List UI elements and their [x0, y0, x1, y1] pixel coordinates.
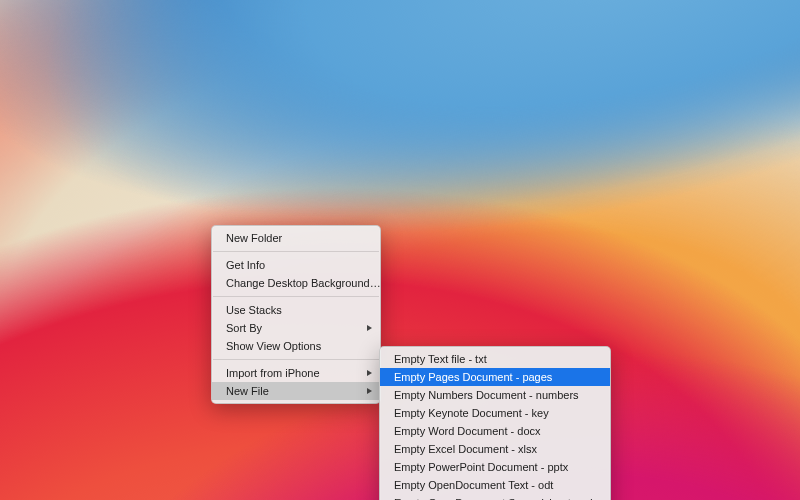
menu-separator [213, 359, 379, 360]
menu-item-use-stacks[interactable]: Use Stacks [212, 301, 380, 319]
menu-separator [213, 251, 379, 252]
new-file-submenu: Empty Text file - txt Empty Pages Docume… [379, 346, 611, 500]
menu-item-show-view-options[interactable]: Show View Options [212, 337, 380, 355]
menu-item-new-file[interactable]: New File [212, 382, 380, 400]
submenu-item-docx[interactable]: Empty Word Document - docx [380, 422, 610, 440]
menu-item-import-from-iphone[interactable]: Import from iPhone [212, 364, 380, 382]
submenu-item-xlsx[interactable]: Empty Excel Document - xlsx [380, 440, 610, 458]
menu-separator [213, 296, 379, 297]
menu-item-change-desktop-background[interactable]: Change Desktop Background… [212, 274, 380, 292]
submenu-item-odt[interactable]: Empty OpenDocument Text - odt [380, 476, 610, 494]
menu-item-get-info[interactable]: Get Info [212, 256, 380, 274]
submenu-item-key[interactable]: Empty Keynote Document - key [380, 404, 610, 422]
menu-item-new-folder[interactable]: New Folder [212, 229, 380, 247]
menu-item-sort-by[interactable]: Sort By [212, 319, 380, 337]
desktop-context-menu: New Folder Get Info Change Desktop Backg… [211, 225, 381, 404]
submenu-item-numbers[interactable]: Empty Numbers Document - numbers [380, 386, 610, 404]
submenu-item-ods[interactable]: Empty OpenDocument Spreadsheet - ods [380, 494, 610, 500]
submenu-item-pptx[interactable]: Empty PowerPoint Document - pptx [380, 458, 610, 476]
desktop-background[interactable]: New Folder Get Info Change Desktop Backg… [0, 0, 800, 500]
submenu-item-pages[interactable]: Empty Pages Document - pages [380, 368, 610, 386]
submenu-item-txt[interactable]: Empty Text file - txt [380, 350, 610, 368]
